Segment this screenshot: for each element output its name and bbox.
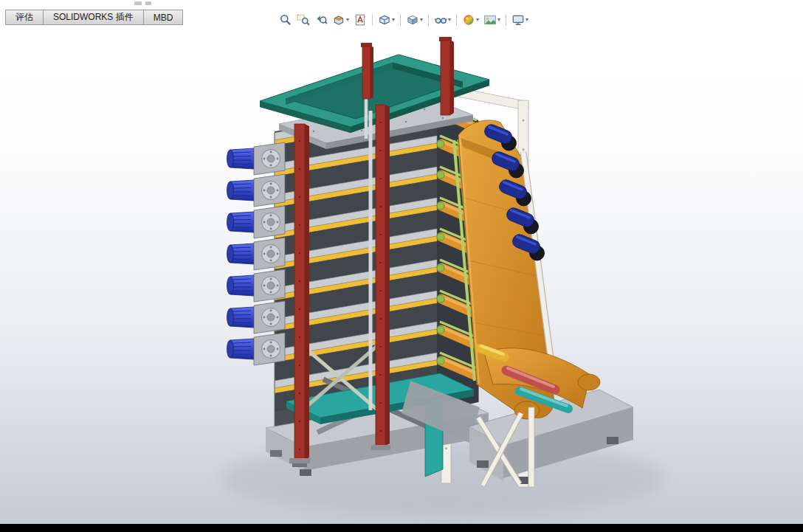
dropdown-caret[interactable]: ▾ bbox=[448, 17, 451, 23]
tab-mbd[interactable]: MBD bbox=[143, 10, 184, 25]
apply-scene-button[interactable]: ▾ bbox=[482, 12, 502, 28]
dropdown-caret[interactable]: ▾ bbox=[476, 17, 479, 23]
toolbar-separator bbox=[372, 14, 373, 26]
previous-view-icon bbox=[314, 13, 328, 27]
zoom-to-fit-icon bbox=[279, 13, 292, 27]
view-orientation-icon bbox=[378, 13, 391, 27]
command-manager-tabs: 评估 SOLIDWORKS 插件 MBD bbox=[5, 10, 183, 25]
zoom-to-area-icon bbox=[297, 13, 310, 27]
hide-show-items-button[interactable]: ▾ bbox=[432, 12, 452, 28]
previous-view-button[interactable] bbox=[313, 12, 329, 28]
tab-evaluate[interactable]: 评估 bbox=[5, 10, 44, 25]
taskbar-edge bbox=[0, 524, 803, 532]
machine-model[interactable] bbox=[0, 0, 803, 524]
view-settings-button[interactable]: ▾ bbox=[510, 12, 530, 28]
display-style-button[interactable]: ▾ bbox=[404, 12, 424, 28]
toolbar-separator bbox=[456, 14, 457, 26]
zoom-to-area-button[interactable] bbox=[295, 12, 311, 28]
clipped-icon-fragment bbox=[134, 1, 142, 5]
view-orientation-button[interactable]: ▾ bbox=[376, 12, 396, 28]
edit-appearance-button[interactable]: ▾ bbox=[461, 12, 480, 28]
dropdown-caret[interactable]: ▾ bbox=[420, 17, 423, 23]
toolbar-separator bbox=[506, 14, 506, 26]
edit-appearance-icon bbox=[462, 13, 475, 27]
section-view-button[interactable]: ▾ bbox=[331, 12, 351, 28]
dropdown-caret[interactable]: ▾ bbox=[525, 17, 528, 23]
hide-show-items-icon bbox=[434, 13, 447, 27]
dropdown-caret[interactable]: ▾ bbox=[346, 17, 349, 23]
solidworks-window: 评估 SOLIDWORKS 插件 MBD bbox=[0, 0, 803, 532]
dropdown-caret[interactable]: ▾ bbox=[497, 17, 500, 23]
toolbar-separator bbox=[428, 14, 429, 26]
zoom-to-fit-button[interactable] bbox=[278, 12, 294, 28]
dropdown-caret[interactable]: ▾ bbox=[392, 17, 395, 23]
dynamic-annotation-views-icon bbox=[354, 13, 367, 27]
section-view-icon bbox=[332, 13, 345, 27]
dynamic-annotation-views-button[interactable] bbox=[352, 12, 368, 28]
display-style-icon bbox=[406, 13, 419, 27]
toolbar-separator bbox=[400, 14, 401, 26]
tab-solidworks-addins[interactable]: SOLIDWORKS 插件 bbox=[43, 10, 144, 25]
clipped-icon-fragment bbox=[145, 1, 151, 5]
view-settings-icon bbox=[511, 13, 525, 27]
heads-up-view-toolbar: ▾ ▾ ▾ bbox=[278, 12, 530, 28]
apply-scene-icon bbox=[483, 13, 497, 27]
graphics-area[interactable] bbox=[0, 0, 803, 524]
